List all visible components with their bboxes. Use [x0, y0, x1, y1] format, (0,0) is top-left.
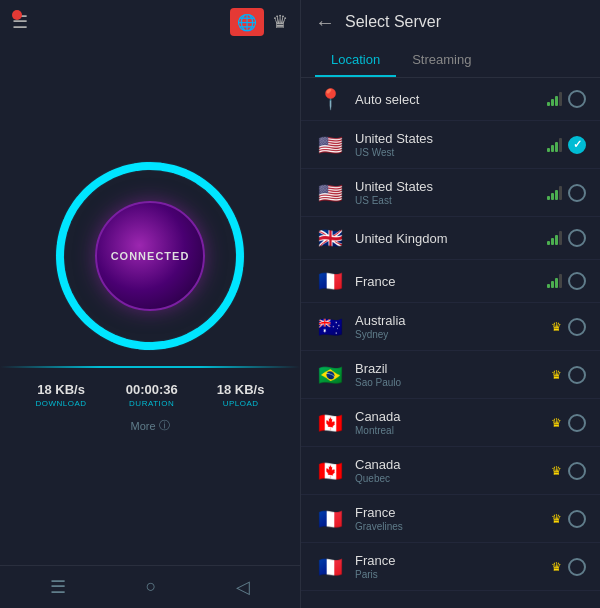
server-info: FranceGravelines	[355, 505, 551, 532]
server-name: France	[355, 553, 551, 568]
server-right: ♛	[551, 462, 586, 480]
server-name: France	[355, 274, 547, 289]
center-circle: CONNECTED	[95, 201, 205, 311]
server-right: ♛	[551, 558, 586, 576]
server-right	[547, 184, 586, 202]
upload-stat: 18 KB/s UPLOAD	[217, 382, 265, 408]
server-info: BrazilSao Paulo	[355, 361, 551, 388]
server-sub: Quebec	[355, 473, 551, 484]
server-list: 📍Auto select🇺🇸United StatesUS West✓🇺🇸Uni…	[301, 78, 600, 608]
server-radio[interactable]	[568, 184, 586, 202]
stats-row: 18 KB/s DOWNLOAD 00:00:36 DURATION 18 KB…	[0, 378, 300, 412]
server-item[interactable]: 📍Auto select	[301, 78, 600, 121]
tab-location[interactable]: Location	[315, 44, 396, 77]
upload-label: UPLOAD	[223, 399, 259, 408]
server-info: Auto select	[355, 92, 547, 107]
server-item[interactable]: 🇬🇧United Kingdom	[301, 217, 600, 260]
server-name: United Kingdom	[355, 231, 547, 246]
server-info: CanadaMontreal	[355, 409, 551, 436]
crown-button[interactable]: ♛	[272, 11, 288, 33]
server-sub: Gravelines	[355, 521, 551, 532]
server-flag: 🇫🇷	[315, 556, 345, 578]
server-sub: Sydney	[355, 329, 551, 340]
server-radio[interactable]	[568, 229, 586, 247]
download-label: DOWNLOAD	[36, 399, 87, 408]
server-flag: 🇬🇧	[315, 227, 345, 249]
vpn-visual: /* rendered inline via JS below */ CONNE…	[0, 44, 300, 565]
server-radio[interactable]	[568, 272, 586, 290]
server-info: United Kingdom	[355, 231, 547, 246]
server-name: United States	[355, 179, 547, 194]
premium-crown-icon: ♛	[551, 320, 562, 334]
server-item[interactable]: 🇦🇺AustraliaSydney♛	[301, 303, 600, 351]
server-item[interactable]: 🇧🇷BrazilSao Paulo♛	[301, 351, 600, 399]
server-item[interactable]: 🇫🇷FranceParis♛	[301, 543, 600, 591]
ring-container: /* rendered inline via JS below */ CONNE…	[50, 156, 250, 356]
server-sub: US East	[355, 195, 547, 206]
server-radio[interactable]	[568, 462, 586, 480]
right-panel: ← Select Server Location Streaming 📍Auto…	[300, 0, 600, 608]
server-info: FranceParis	[355, 553, 551, 580]
server-flag: 🇺🇸	[315, 182, 345, 204]
server-name: Canada	[355, 457, 551, 472]
server-name: Canada	[355, 409, 551, 424]
panel-title: Select Server	[345, 13, 441, 31]
server-radio[interactable]	[568, 414, 586, 432]
download-stat: 18 KB/s DOWNLOAD	[36, 382, 87, 408]
server-right: ♛	[551, 510, 586, 528]
server-info: United StatesUS East	[355, 179, 547, 206]
server-right: ♛	[551, 414, 586, 432]
signal-bars-icon	[547, 231, 562, 245]
server-item[interactable]: 🇨🇦CanadaMontreal♛	[301, 399, 600, 447]
server-item[interactable]: 🇫🇷France	[301, 260, 600, 303]
nav-home-icon[interactable]: ○	[146, 576, 157, 598]
server-item[interactable]: 🇨🇦CanadaQuebec♛	[301, 447, 600, 495]
server-radio[interactable]	[568, 558, 586, 576]
status-indicator	[12, 10, 22, 20]
left-panel: ☰ 🌐 ♛ /* rendered inline via JS below */	[0, 0, 300, 608]
duration-label: DURATION	[129, 399, 174, 408]
premium-crown-icon: ♛	[551, 464, 562, 478]
server-item[interactable]: 🇫🇷FranceGravelines♛	[301, 495, 600, 543]
server-flag: 🇦🇺	[315, 316, 345, 338]
tab-streaming[interactable]: Streaming	[396, 44, 487, 77]
server-name: Auto select	[355, 92, 547, 107]
nav-menu-icon[interactable]: ☰	[50, 576, 66, 598]
duration-stat: 00:00:36 DURATION	[126, 382, 178, 408]
server-info: CanadaQuebec	[355, 457, 551, 484]
globe-button[interactable]: 🌐	[230, 8, 264, 36]
server-item[interactable]: 🇺🇸United StatesUS East	[301, 169, 600, 217]
premium-crown-icon: ♛	[551, 512, 562, 526]
back-arrow-icon[interactable]: ←	[315, 11, 335, 34]
server-info: France	[355, 274, 547, 289]
server-sub: US West	[355, 147, 547, 158]
server-flag: 🇨🇦	[315, 460, 345, 482]
server-radio[interactable]	[568, 90, 586, 108]
premium-crown-icon: ♛	[551, 560, 562, 574]
server-right	[547, 229, 586, 247]
server-right: ✓	[547, 136, 586, 154]
server-right	[547, 90, 586, 108]
server-right: ♛	[551, 366, 586, 384]
left-bottom-nav: ☰ ○ ◁	[0, 565, 300, 608]
server-name: Brazil	[355, 361, 551, 376]
premium-crown-icon: ♛	[551, 416, 562, 430]
server-right	[547, 272, 586, 290]
server-flag: 🇧🇷	[315, 364, 345, 386]
server-name: United States	[355, 131, 547, 146]
server-radio[interactable]	[568, 510, 586, 528]
server-radio[interactable]	[568, 366, 586, 384]
server-right: ♛	[551, 318, 586, 336]
server-radio[interactable]	[568, 318, 586, 336]
server-radio[interactable]: ✓	[568, 136, 586, 154]
right-header: ← Select Server	[301, 0, 600, 44]
duration-value: 00:00:36	[126, 382, 178, 397]
nav-back-icon[interactable]: ◁	[236, 576, 250, 598]
server-flag: 🇫🇷	[315, 508, 345, 530]
more-button[interactable]: More ⓘ	[130, 418, 169, 433]
server-flag: 🇨🇦	[315, 412, 345, 434]
server-sub: Montreal	[355, 425, 551, 436]
premium-crown-icon: ♛	[551, 368, 562, 382]
server-item[interactable]: 🇺🇸United StatesUS West✓	[301, 121, 600, 169]
server-name: Australia	[355, 313, 551, 328]
